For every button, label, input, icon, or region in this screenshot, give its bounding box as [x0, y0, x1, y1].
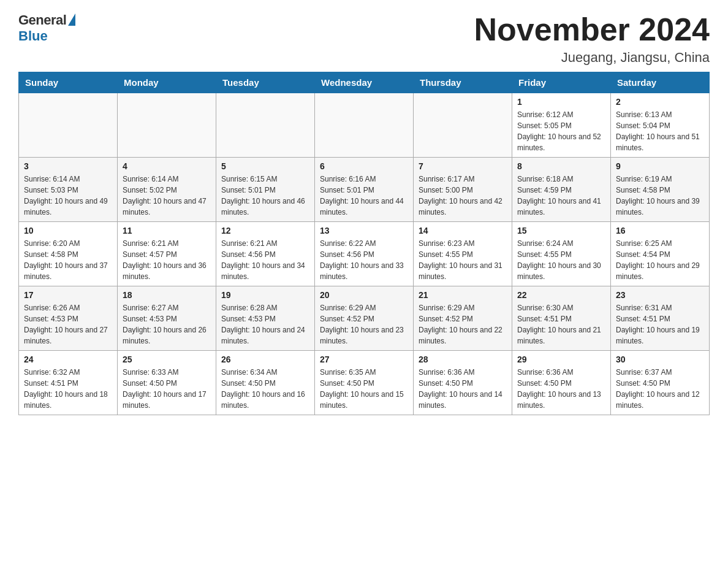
day-info: Sunrise: 6:19 AMSunset: 4:58 PMDaylight:… [616, 174, 704, 218]
logo-triangle-icon [68, 13, 75, 26]
day-info: Sunrise: 6:31 AMSunset: 4:51 PMDaylight:… [616, 302, 704, 347]
day-info: Sunrise: 6:22 AMSunset: 4:56 PMDaylight:… [320, 238, 408, 282]
day-info: Sunrise: 6:33 AMSunset: 4:50 PMDaylight:… [123, 367, 211, 411]
day-number: 12 [221, 226, 309, 236]
day-number: 1 [517, 97, 605, 107]
logo: General Blue [18, 12, 75, 44]
day-info: Sunrise: 6:14 AMSunset: 5:03 PMDaylight:… [24, 174, 112, 218]
day-info: Sunrise: 6:29 AMSunset: 4:52 PMDaylight:… [320, 302, 408, 347]
calendar-cell: 15Sunrise: 6:24 AMSunset: 4:55 PMDayligh… [512, 222, 611, 286]
day-number: 16 [616, 226, 704, 236]
day-info: Sunrise: 6:21 AMSunset: 4:57 PMDaylight:… [123, 238, 211, 282]
calendar-cell: 2Sunrise: 6:13 AMSunset: 5:04 PMDaylight… [611, 93, 710, 158]
day-info: Sunrise: 6:24 AMSunset: 4:55 PMDaylight:… [517, 238, 605, 282]
day-number: 29 [517, 354, 605, 364]
day-number: 18 [123, 290, 211, 300]
day-number: 14 [419, 226, 507, 236]
calendar-cell: 23Sunrise: 6:31 AMSunset: 4:51 PMDayligh… [611, 286, 710, 351]
day-info: Sunrise: 6:12 AMSunset: 5:05 PMDaylight:… [517, 109, 605, 153]
day-info: Sunrise: 6:14 AMSunset: 5:02 PMDaylight:… [123, 174, 211, 218]
day-info: Sunrise: 6:35 AMSunset: 4:50 PMDaylight:… [320, 367, 408, 411]
weekday-header-friday: Friday [512, 72, 611, 93]
day-info: Sunrise: 6:25 AMSunset: 4:54 PMDaylight:… [616, 238, 704, 282]
calendar-cell [216, 93, 315, 158]
day-number: 5 [221, 161, 309, 171]
day-number: 21 [419, 290, 507, 300]
day-info: Sunrise: 6:15 AMSunset: 5:01 PMDaylight:… [221, 174, 309, 218]
calendar-cell: 25Sunrise: 6:33 AMSunset: 4:50 PMDayligh… [118, 351, 216, 415]
calendar-cell: 11Sunrise: 6:21 AMSunset: 4:57 PMDayligh… [118, 222, 216, 286]
calendar-cell: 3Sunrise: 6:14 AMSunset: 5:03 PMDaylight… [19, 158, 118, 222]
day-info: Sunrise: 6:18 AMSunset: 4:59 PMDaylight:… [517, 174, 605, 218]
day-number: 4 [123, 161, 211, 171]
calendar-cell: 18Sunrise: 6:27 AMSunset: 4:53 PMDayligh… [118, 286, 216, 351]
calendar-cell: 22Sunrise: 6:30 AMSunset: 4:51 PMDayligh… [512, 286, 611, 351]
day-info: Sunrise: 6:23 AMSunset: 4:55 PMDaylight:… [419, 238, 507, 282]
calendar-cell: 4Sunrise: 6:14 AMSunset: 5:02 PMDaylight… [118, 158, 216, 222]
day-number: 23 [616, 290, 704, 300]
day-number: 8 [517, 161, 605, 171]
calendar-cell: 9Sunrise: 6:19 AMSunset: 4:58 PMDaylight… [611, 158, 710, 222]
day-number: 20 [320, 290, 408, 300]
calendar-cell: 30Sunrise: 6:37 AMSunset: 4:50 PMDayligh… [611, 351, 710, 415]
calendar-week-row: 3Sunrise: 6:14 AMSunset: 5:03 PMDaylight… [19, 158, 710, 222]
calendar-cell: 19Sunrise: 6:28 AMSunset: 4:53 PMDayligh… [216, 286, 315, 351]
day-number: 28 [419, 354, 507, 364]
day-info: Sunrise: 6:34 AMSunset: 4:50 PMDaylight:… [221, 367, 309, 411]
calendar-cell: 29Sunrise: 6:36 AMSunset: 4:50 PMDayligh… [512, 351, 611, 415]
calendar-cell: 26Sunrise: 6:34 AMSunset: 4:50 PMDayligh… [216, 351, 315, 415]
title-area: November 2024 Juegang, Jiangsu, China [474, 12, 710, 66]
calendar-cell: 17Sunrise: 6:26 AMSunset: 4:53 PMDayligh… [19, 286, 118, 351]
month-title: November 2024 [474, 12, 710, 47]
calendar-cell: 28Sunrise: 6:36 AMSunset: 4:50 PMDayligh… [414, 351, 512, 415]
weekday-header-row: SundayMondayTuesdayWednesdayThursdayFrid… [19, 72, 710, 93]
day-number: 13 [320, 226, 408, 236]
day-number: 15 [517, 226, 605, 236]
day-number: 9 [616, 161, 704, 171]
calendar-cell [414, 93, 512, 158]
day-number: 24 [24, 354, 112, 364]
calendar-cell: 1Sunrise: 6:12 AMSunset: 5:05 PMDaylight… [512, 93, 611, 158]
day-number: 27 [320, 354, 408, 364]
location-text: Juegang, Jiangsu, China [474, 50, 710, 66]
calendar-cell: 27Sunrise: 6:35 AMSunset: 4:50 PMDayligh… [315, 351, 414, 415]
calendar-cell [118, 93, 216, 158]
day-info: Sunrise: 6:36 AMSunset: 4:50 PMDaylight:… [517, 367, 605, 411]
calendar-week-row: 1Sunrise: 6:12 AMSunset: 5:05 PMDaylight… [19, 93, 710, 158]
calendar-cell: 16Sunrise: 6:25 AMSunset: 4:54 PMDayligh… [611, 222, 710, 286]
day-info: Sunrise: 6:16 AMSunset: 5:01 PMDaylight:… [320, 174, 408, 218]
calendar-cell: 12Sunrise: 6:21 AMSunset: 4:56 PMDayligh… [216, 222, 315, 286]
calendar-cell: 14Sunrise: 6:23 AMSunset: 4:55 PMDayligh… [414, 222, 512, 286]
calendar-week-row: 17Sunrise: 6:26 AMSunset: 4:53 PMDayligh… [19, 286, 710, 351]
day-info: Sunrise: 6:13 AMSunset: 5:04 PMDaylight:… [616, 109, 704, 153]
day-info: Sunrise: 6:37 AMSunset: 4:50 PMDaylight:… [616, 367, 704, 411]
day-info: Sunrise: 6:28 AMSunset: 4:53 PMDaylight:… [221, 302, 309, 347]
calendar-week-row: 10Sunrise: 6:20 AMSunset: 4:58 PMDayligh… [19, 222, 710, 286]
day-number: 17 [24, 290, 112, 300]
day-number: 19 [221, 290, 309, 300]
day-info: Sunrise: 6:21 AMSunset: 4:56 PMDaylight:… [221, 238, 309, 282]
page-header: General Blue November 2024 Juegang, Jian… [18, 12, 710, 66]
weekday-header-sunday: Sunday [19, 72, 118, 93]
calendar-cell: 24Sunrise: 6:32 AMSunset: 4:51 PMDayligh… [19, 351, 118, 415]
day-info: Sunrise: 6:32 AMSunset: 4:51 PMDaylight:… [24, 367, 112, 411]
calendar-cell: 7Sunrise: 6:17 AMSunset: 5:00 PMDaylight… [414, 158, 512, 222]
day-number: 30 [616, 354, 704, 364]
calendar-cell: 20Sunrise: 6:29 AMSunset: 4:52 PMDayligh… [315, 286, 414, 351]
day-number: 7 [419, 161, 507, 171]
calendar-week-row: 24Sunrise: 6:32 AMSunset: 4:51 PMDayligh… [19, 351, 710, 415]
day-info: Sunrise: 6:26 AMSunset: 4:53 PMDaylight:… [24, 302, 112, 347]
day-number: 2 [616, 97, 704, 107]
weekday-header-thursday: Thursday [414, 72, 512, 93]
day-number: 11 [123, 226, 211, 236]
day-number: 6 [320, 161, 408, 171]
day-number: 26 [221, 354, 309, 364]
day-info: Sunrise: 6:17 AMSunset: 5:00 PMDaylight:… [419, 174, 507, 218]
weekday-header-wednesday: Wednesday [315, 72, 414, 93]
day-number: 3 [24, 161, 112, 171]
weekday-header-tuesday: Tuesday [216, 72, 315, 93]
weekday-header-monday: Monday [118, 72, 216, 93]
calendar-cell [315, 93, 414, 158]
weekday-header-saturday: Saturday [611, 72, 710, 93]
calendar-cell: 8Sunrise: 6:18 AMSunset: 4:59 PMDaylight… [512, 158, 611, 222]
